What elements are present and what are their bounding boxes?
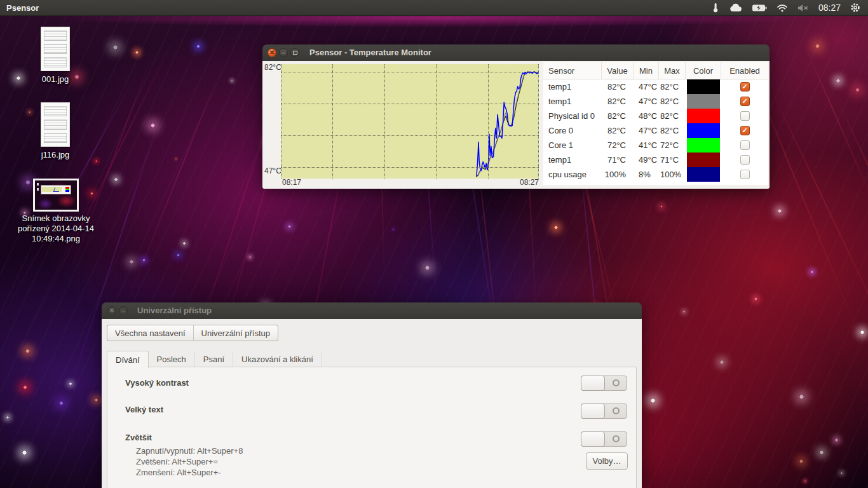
color-swatch[interactable] xyxy=(687,94,720,109)
zoom-toggle[interactable] xyxy=(581,431,627,447)
y-axis-min-label: 47°C xyxy=(264,166,281,175)
color-swatch[interactable] xyxy=(687,167,720,182)
column-header-min[interactable]: Min xyxy=(634,62,659,79)
temperature-chart[interactable] xyxy=(281,64,539,179)
sensor-min: 47°C xyxy=(634,82,659,92)
all-settings-button[interactable]: Všechna nastavení xyxy=(107,325,193,341)
tab-psani[interactable]: Psaní xyxy=(194,351,233,367)
desktop-icon-001-jpg[interactable]: 001.jpg xyxy=(20,27,90,85)
glow-dot xyxy=(69,383,72,385)
glow-dot xyxy=(754,297,757,301)
glow-dot xyxy=(231,80,233,81)
wifi-icon[interactable] xyxy=(776,4,788,12)
thumbnail-mini-window xyxy=(41,185,71,194)
tab-divani[interactable]: Dívání xyxy=(107,351,149,368)
weather-cloud-icon[interactable] xyxy=(729,3,742,12)
color-swatch[interactable] xyxy=(687,123,720,138)
sensor-max: 71°C xyxy=(659,155,686,165)
sensor-min: 49°C xyxy=(634,155,659,165)
glow-dot xyxy=(59,401,64,405)
sensor-value: 82°C xyxy=(602,126,634,135)
thumbnail-sketch xyxy=(44,119,67,130)
glow-dot xyxy=(114,178,118,181)
settings-body: Všechna nastavení Univerzální přístup Dí… xyxy=(102,319,642,488)
desktop-icon-j116-jpg[interactable]: j116.jpg xyxy=(20,102,90,160)
sensor-name: temp1 xyxy=(543,82,602,92)
psensor-titlebar[interactable]: ✕ – Psensor - Temperature Monitor xyxy=(262,44,770,61)
high-contrast-toggle[interactable] xyxy=(581,376,627,391)
gridline-horizontal xyxy=(281,135,539,136)
settings-titlebar[interactable]: ✕ – Univerzální přístup xyxy=(102,302,642,319)
glow-dot xyxy=(778,209,782,213)
zoom-shortcuts: Zapnutí/vypnutí: Alt+Super+8 Zvětšení: A… xyxy=(136,445,243,478)
tab-ukazovani-a-klikani[interactable]: Ukazování a klikání xyxy=(233,351,322,367)
enabled-checkbox[interactable]: ✓ xyxy=(740,82,750,92)
minimize-button[interactable]: – xyxy=(279,48,288,57)
column-header-color[interactable]: Color xyxy=(686,62,721,79)
glow-dot xyxy=(651,398,655,403)
window-title: Psensor - Temperature Monitor xyxy=(309,48,431,57)
clock[interactable]: 08:27 xyxy=(818,3,841,13)
gridline-vertical xyxy=(436,64,437,179)
thumbnail-sketch xyxy=(44,133,67,143)
glow-dot xyxy=(113,45,118,50)
zoom-options-button[interactable]: Volby… xyxy=(586,452,628,470)
maximize-button[interactable] xyxy=(290,48,299,57)
sensor-value: 82°C xyxy=(602,97,634,106)
sensor-row-physical-id-0[interactable]: Physical id 082°C48°C82°C xyxy=(543,109,768,123)
column-header-value[interactable]: Value xyxy=(602,62,634,79)
sensor-name: temp1 xyxy=(543,155,602,165)
color-swatch[interactable] xyxy=(687,79,720,94)
tab-poslech[interactable]: Poslech xyxy=(149,351,194,367)
glow-dot xyxy=(130,260,133,264)
minimize-button[interactable]: – xyxy=(119,306,128,315)
sensor-row-temp1[interactable]: temp182°C47°C82°C✓ xyxy=(543,79,768,94)
glow-dot xyxy=(720,360,724,364)
sensor-row-core-1[interactable]: Core 172°C41°C72°C xyxy=(543,138,768,152)
sensor-table: SensorValueMinMaxColorEnabled temp182°C4… xyxy=(543,62,768,185)
color-swatch[interactable] xyxy=(687,109,720,123)
enabled-checkbox[interactable]: ✓ xyxy=(740,97,750,106)
large-text-toggle[interactable] xyxy=(581,403,627,419)
sensor-row-temp1[interactable]: temp182°C47°C82°C✓ xyxy=(543,94,768,109)
volume-muted-icon[interactable] xyxy=(797,4,809,12)
universal-access-crumb-button[interactable]: Univerzální přístup xyxy=(193,325,278,341)
enabled-checkbox[interactable]: ✓ xyxy=(740,126,750,135)
x-axis-end-label: 08:27 xyxy=(281,178,539,187)
active-app-title: Psensor xyxy=(6,3,39,13)
column-header-enabled[interactable]: Enabled xyxy=(721,62,768,79)
enabled-checkbox[interactable] xyxy=(740,170,750,179)
sensor-row-cpu-usage[interactable]: cpu usage100%8%100% xyxy=(543,167,768,182)
glow-dot xyxy=(799,459,803,463)
close-button[interactable]: ✕ xyxy=(268,48,276,57)
sensor-row-temp1[interactable]: temp171°C49°C71°C xyxy=(543,152,768,167)
color-swatch[interactable] xyxy=(687,152,720,167)
glow-dot xyxy=(196,44,200,48)
desktop-icon-screenshot-png[interactable]: Snímek obrazovky pořízený 2014-04-14 10:… xyxy=(17,179,95,244)
breadcrumb: Všechna nastavení Univerzální přístup xyxy=(107,325,278,341)
column-header-max[interactable]: Max xyxy=(659,62,686,79)
sensor-table-body: temp182°C47°C82°C✓temp182°C47°C82°C✓Phys… xyxy=(543,79,768,182)
session-gear-icon[interactable] xyxy=(850,3,860,13)
toggle-off-mark xyxy=(613,407,620,414)
thermometer-icon[interactable] xyxy=(711,3,720,13)
color-swatch[interactable] xyxy=(687,138,720,152)
toggle-off-mark xyxy=(613,435,620,442)
column-header-sensor[interactable]: Sensor xyxy=(543,62,602,79)
sensor-min: 41°C xyxy=(634,140,659,150)
desktop-icon-label: Snímek obrazovky pořízený 2014-04-14 10:… xyxy=(17,214,95,244)
gridline-vertical xyxy=(488,64,489,179)
enabled-checkbox[interactable] xyxy=(740,155,750,165)
sensor-row-core-0[interactable]: Core 082°C47°C82°C✓ xyxy=(543,123,768,138)
glow-dot xyxy=(660,205,663,208)
thumbnail-speck xyxy=(37,183,39,186)
close-button[interactable]: ✕ xyxy=(107,306,116,315)
gridline-vertical xyxy=(332,64,333,179)
battery-icon[interactable] xyxy=(752,4,767,12)
enabled-checkbox[interactable] xyxy=(740,111,750,121)
gridline-vertical xyxy=(538,64,539,179)
shortcut-line: Zvětšení: Alt+Super+= xyxy=(136,456,243,467)
glow-dot xyxy=(425,266,430,270)
light-streak xyxy=(121,70,221,317)
enabled-checkbox[interactable] xyxy=(740,140,750,150)
